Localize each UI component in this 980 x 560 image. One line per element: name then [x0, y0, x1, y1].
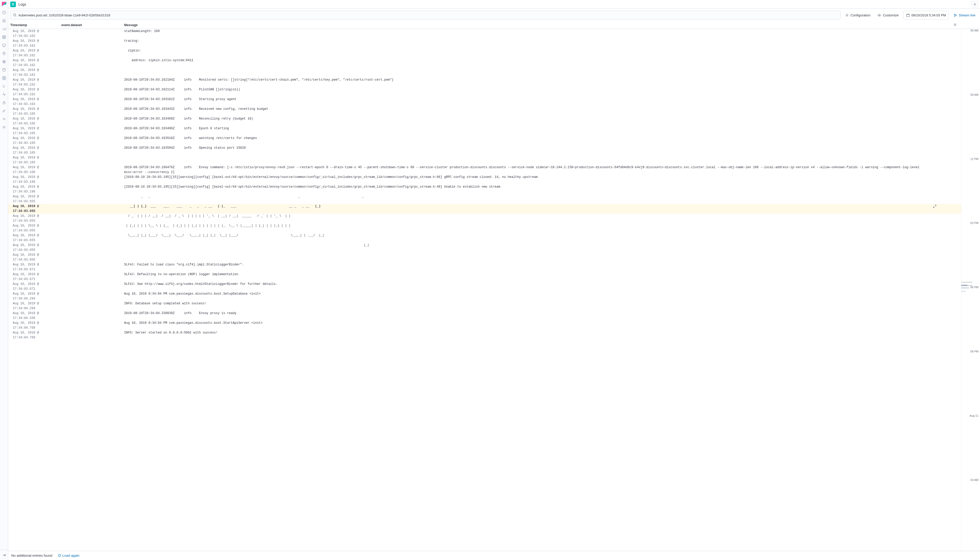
datetime-picker[interactable]: 08/10/2019 5:34:03 PM [903, 11, 949, 20]
nav-infrastructure-icon[interactable] [2, 59, 7, 64]
stream-label: Stream live [959, 13, 975, 17]
log-row[interactable]: Aug 10, 2019 @ 17:34:03.162 [8, 68, 961, 78]
log-message: 2019-08-10T20:34:03.162114Z info PilotSA… [124, 87, 961, 92]
log-stream[interactable]: Aug 10, 2019 @ 17:34:03.162statNameLengt… [8, 29, 961, 551]
log-message: INFO: Database setup completed with succ… [124, 301, 961, 306]
minimap-tick: 12 PM [970, 157, 978, 160]
log-row[interactable]: Aug 10, 2019 @ 17:34:03.655 / _` | | | /… [8, 214, 961, 223]
log-row[interactable]: Aug 10, 2019 @ 17:34:03.655 [8, 253, 961, 262]
configuration-button[interactable]: Configuration [843, 11, 873, 20]
log-row[interactable]: Aug 10, 2019 @ 17:34:03.1652019-08-10T20… [8, 117, 961, 126]
log-row[interactable]: Aug 10, 2019 @ 17:34:03.162 zipkin: [8, 48, 961, 58]
header-settings-button[interactable] [972, 1, 978, 7]
minimap-viewport[interactable] [961, 282, 972, 286]
log-row[interactable]: Aug 10, 2019 @ 17:34:04.769INFO: Server … [8, 330, 961, 340]
nav-recent-icon[interactable] [2, 10, 7, 15]
log-timestamp: Aug 10, 2019 @ 17:34:03.655 [13, 233, 62, 243]
log-row[interactable]: Aug 10, 2019 @ 17:34:03.162tracing: [8, 38, 961, 48]
log-row[interactable]: Aug 10, 2019 @ 17:34:03.165 [8, 155, 961, 165]
kibana-logo-icon[interactable] [2, 2, 7, 7]
log-row[interactable]: Aug 10, 2019 @ 17:34:04.769Aug 10, 2019 … [8, 321, 961, 330]
log-row[interactable]: Aug 10, 2019 @ 17:34:03.162statNameLengt… [8, 29, 961, 38]
log-row[interactable]: Aug 10, 2019 @ 17:34:03.671SLF4J: Failed… [8, 262, 961, 272]
log-timestamp: Aug 10, 2019 @ 17:34:03.165 [13, 146, 62, 155]
log-row[interactable]: Aug 10, 2019 @ 17:34:03.1662019-08-10T20… [8, 165, 961, 175]
log-row[interactable]: Aug 10, 2019 @ 17:34:03.1652019-08-10T20… [8, 107, 961, 117]
nav-metrics-icon[interactable] [2, 68, 7, 72]
col-header-timestamp[interactable]: Timestamp [10, 23, 62, 27]
nav-canvas-icon[interactable] [2, 43, 7, 48]
column-headers: Timestamp event.dataset Message [8, 22, 980, 29]
stream-live-button[interactable]: Stream live [951, 11, 978, 20]
nav-maps-icon[interactable] [2, 51, 7, 56]
log-timestamp: Aug 10, 2019 @ 17:34:03.655 [13, 194, 62, 204]
log-timestamp: Aug 10, 2019 @ 17:34:03.655 [13, 214, 62, 223]
nav-uptime-icon[interactable] [2, 92, 7, 97]
calendar-icon [906, 13, 910, 17]
nav-devtools-icon[interactable] [2, 108, 7, 113]
log-timestamp: Aug 10, 2019 @ 17:34:03.162 [13, 68, 62, 78]
log-message: 2019-08-10T20:34:03.163443Z info Receive… [124, 107, 961, 112]
col-header-dataset[interactable]: event.dataset [62, 23, 124, 27]
nav-visualize-icon[interactable] [2, 27, 7, 31]
nav-apm-icon[interactable] [2, 84, 7, 88]
log-timestamp: Aug 10, 2019 @ 17:34:03.165 [13, 117, 62, 126]
log-row[interactable]: Aug 10, 2019 @ 17:34:03.1652019-08-10T20… [8, 136, 961, 146]
search-input[interactable] [19, 13, 838, 17]
log-row[interactable]: Aug 10, 2019 @ 17:34:03.162 address: zip… [8, 58, 961, 68]
breadcrumb: Logs [18, 2, 26, 7]
log-row[interactable]: Aug 10, 2019 @ 17:34:03.1632019-08-10T20… [8, 97, 961, 107]
expand-icon[interactable] [933, 205, 937, 208]
customize-button[interactable]: Customize [875, 11, 901, 20]
col-header-message[interactable]: Message [124, 23, 980, 27]
svg-rect-16 [907, 14, 909, 17]
log-minimap[interactable]: 06 AM09 AM12 PM03 PM06 PM09 PMAug 1103 A… [961, 29, 980, 551]
log-timestamp: Aug 10, 2019 @ 17:34:03.162 [13, 29, 62, 38]
log-row[interactable]: Aug 10, 2019 @ 17:34:03.196[2019-08-10 2… [8, 185, 961, 194]
nav-logs-icon[interactable] [2, 76, 7, 80]
sidebar-expand-button[interactable] [0, 550, 8, 560]
search-icon [13, 13, 17, 17]
log-row[interactable]: Aug 10, 2019 @ 17:34:03.1652019-08-10T20… [8, 126, 961, 136]
log-row[interactable]: Aug 10, 2019 @ 17:34:03.671SLF4J: Defaul… [8, 272, 961, 282]
minimap-density-bar [961, 288, 969, 288]
log-row[interactable]: Aug 10, 2019 @ 17:34:03.1652019-08-10T20… [8, 146, 961, 155]
log-message: _ _ _ _ [124, 194, 961, 199]
log-row[interactable]: Aug 10, 2019 @ 17:34:03.671SLF4J: See ht… [8, 282, 961, 292]
log-message: [2019-08-10 20:34:03.195][15][warning][c… [124, 185, 961, 189]
log-row[interactable]: Aug 10, 2019 @ 17:34:03.655 \__,_| |_| |… [8, 233, 961, 243]
nav-monitoring-icon[interactable] [2, 117, 7, 121]
log-row[interactable]: Aug 10, 2019 @ 17:34:03.1622019-08-10T20… [8, 78, 961, 87]
log-row[interactable]: Aug 10, 2019 @ 17:34:03.655 |_| [8, 243, 961, 253]
column-settings-button[interactable] [953, 23, 957, 27]
gear-icon [845, 13, 849, 17]
search-input-container[interactable] [10, 11, 840, 20]
log-message: address: zipkin.istio-system:9411 [124, 58, 961, 63]
customize-label: Customize [883, 13, 898, 17]
nav-siem-icon[interactable] [2, 100, 7, 105]
log-row[interactable]: Aug 10, 2019 @ 17:34:04.3382019-08-10T20… [8, 311, 961, 321]
eye-icon [877, 13, 881, 17]
svg-rect-4 [3, 37, 4, 38]
log-timestamp: Aug 10, 2019 @ 17:34:03.655 [13, 253, 62, 262]
log-timestamp: Aug 10, 2019 @ 17:34:03.165 [13, 126, 62, 136]
log-row[interactable]: Aug 10, 2019 @ 17:34:03.655 __| | (_) __… [8, 204, 961, 214]
log-timestamp: Aug 10, 2019 @ 17:34:03.655 [13, 223, 62, 233]
load-again-button[interactable]: Load again [58, 553, 80, 557]
log-timestamp: Aug 10, 2019 @ 17:34:04.294 [13, 292, 62, 301]
log-row[interactable]: Aug 10, 2019 @ 17:34:03.196[2019-08-10 2… [8, 175, 961, 185]
svg-point-13 [13, 14, 16, 16]
nav-discover-icon[interactable] [2, 18, 7, 23]
nav-dashboard-icon[interactable] [2, 35, 7, 39]
nav-management-icon[interactable] [2, 125, 7, 130]
log-timestamp: Aug 10, 2019 @ 17:34:03.163 [13, 97, 62, 107]
log-row[interactable]: Aug 10, 2019 @ 17:34:03.1622019-08-10T20… [8, 87, 961, 97]
log-row[interactable]: Aug 10, 2019 @ 17:34:04.294Aug 10, 2019 … [8, 292, 961, 301]
log-row[interactable]: Aug 10, 2019 @ 17:34:03.655 _ _ _ _ [8, 194, 961, 204]
log-row[interactable]: Aug 10, 2019 @ 17:34:04.294INFO: Databas… [8, 301, 961, 311]
svg-point-8 [3, 68, 5, 69]
space-selector[interactable]: D [10, 2, 16, 7]
log-row[interactable]: Aug 10, 2019 @ 17:34:03.655 | (_| | | | … [8, 223, 961, 233]
log-message: 2019-08-10T20:34:03.163469Z info Reconci… [124, 117, 961, 121]
log-message: 2019-08-10T20:34:03.166476Z info Envoy c… [124, 165, 961, 175]
